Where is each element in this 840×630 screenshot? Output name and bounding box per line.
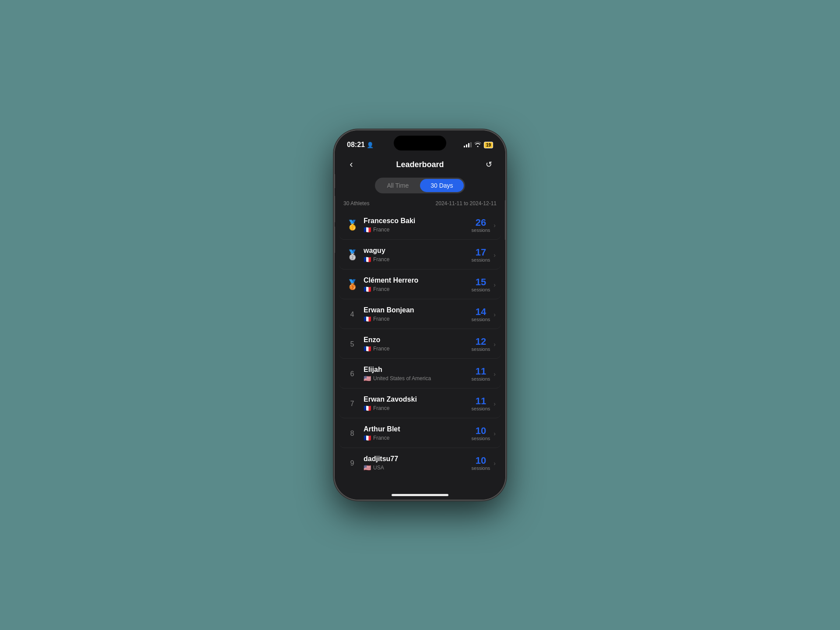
rank-area: 6 [344,370,360,378]
country-name: USA [373,465,384,471]
chevron-right-icon: › [494,400,496,407]
table-row[interactable]: 🥉Clément Herrero🇫🇷France15sessions› [339,270,501,299]
user-country: 🇫🇷France [364,434,468,441]
home-indicator [335,485,505,500]
chevron-right-icon: › [494,252,496,259]
sessions-count: 10 [476,456,486,466]
person-icon: 👤 [367,142,374,148]
chevron-right-icon: › [494,460,496,467]
sessions-label: sessions [472,257,490,262]
country-name: United States of America [373,375,431,382]
user-name: Clément Herrero [364,276,468,284]
sessions-area: 15sessions [472,277,490,292]
rank-area: 7 [344,400,360,408]
table-row[interactable]: 4Erwan Bonjean🇫🇷France14sessions› [339,300,501,329]
country-flag: 🇫🇷 [364,345,371,352]
screen: 08:21 👤 19 [335,130,505,500]
mute-button [335,174,335,188]
country-name: France [373,316,389,322]
user-name: Erwan Zavodski [364,396,468,403]
user-country: 🇫🇷France [364,226,468,233]
sessions-area: 26sessions [472,218,490,233]
table-row[interactable]: 8Arthur Blet🇫🇷France10sessions› [339,419,501,448]
sessions-area: 12sessions [472,337,490,352]
user-name: dadjitsu77 [364,455,468,463]
country-flag: 🇫🇷 [364,256,371,263]
sessions-area: 11sessions [472,396,490,411]
power-button [505,200,505,240]
time-display: 08:21 [347,141,365,149]
status-icons: 19 [464,141,493,148]
rank-area: 9 [344,459,360,467]
medal-icon: 🥉 [346,279,358,290]
country-flag: 🇫🇷 [364,405,371,412]
refresh-button[interactable]: ↺ [481,157,497,172]
sessions-area: 10sessions [472,426,490,441]
rank-number: 7 [350,400,354,408]
rank-number: 4 [350,311,354,318]
user-country: 🇫🇷France [364,286,468,293]
country-name: France [373,256,389,262]
sessions-label: sessions [472,228,490,233]
user-info: waguy🇫🇷France [360,247,472,263]
table-row[interactable]: 🥈waguy🇫🇷France17sessions› [339,241,501,270]
user-name: waguy [364,247,468,255]
sessions-count: 14 [476,307,486,317]
rank-area: 🥈 [344,249,360,261]
sessions-area: 17sessions [472,248,490,262]
country-flag: 🇫🇷 [364,315,371,322]
rank-area: 8 [344,430,360,438]
subtitle-row: 30 Athletes 2024-11-11 to 2024-12-11 [335,200,505,211]
athletes-count: 30 Athletes [343,200,369,206]
status-time: 08:21 👤 [347,141,374,149]
sessions-label: sessions [472,287,490,292]
table-row[interactable]: 9dadjitsu77🇺🇸USA10sessions› [339,449,501,477]
sessions-label: sessions [472,346,490,352]
chevron-right-icon: › [494,281,496,288]
rank-number: 6 [350,370,354,378]
table-row[interactable]: 7Erwan Zavodski🇫🇷France11sessions› [339,389,501,418]
sessions-label: sessions [472,317,490,322]
rank-area: 🥉 [344,279,360,290]
back-button[interactable]: ‹ [343,157,359,172]
user-info: Francesco Baki🇫🇷France [360,217,472,233]
chevron-right-icon: › [494,371,496,378]
sessions-count: 10 [476,426,486,436]
user-name: Elijah [364,366,468,374]
table-row[interactable]: 🥇Francesco Baki🇫🇷France26sessions› [339,211,501,240]
volume-down-button [335,227,335,253]
phone-frame: 08:21 👤 19 [335,130,505,500]
table-row[interactable]: 5Enzo🇫🇷France12sessions› [339,330,501,359]
sessions-count: 11 [476,396,486,406]
table-row[interactable]: 6Elijah🇺🇸United States of America11sessi… [339,360,501,388]
sessions-label: sessions [472,466,490,471]
date-range: 2024-11-11 to 2024-12-11 [436,200,497,206]
toggle-group: All Time 30 Days [375,178,465,193]
chevron-right-icon: › [494,430,496,437]
country-flag: 🇺🇸 [364,464,371,471]
user-info: Clément Herrero🇫🇷France [360,276,472,293]
all-time-tab[interactable]: All Time [376,179,419,192]
30-days-tab[interactable]: 30 Days [420,179,463,192]
user-info: Elijah🇺🇸United States of America [360,366,472,382]
user-country: 🇫🇷France [364,345,468,352]
country-flag: 🇫🇷 [364,226,371,233]
chevron-right-icon: › [494,341,496,348]
country-name: France [373,286,389,292]
rank-area: 4 [344,311,360,318]
sessions-label: sessions [472,406,490,411]
user-country: 🇫🇷France [364,256,468,263]
user-info: dadjitsu77🇺🇸USA [360,455,472,471]
rank-area: 5 [344,340,360,348]
home-bar [392,494,448,496]
user-info: Arthur Blet🇫🇷France [360,425,472,441]
sessions-label: sessions [472,436,490,441]
country-name: France [373,405,389,411]
user-country: 🇫🇷France [364,315,468,322]
sessions-count: 12 [476,337,486,346]
user-name: Erwan Bonjean [364,306,468,314]
wifi-icon [474,141,481,148]
sessions-area: 14sessions [472,307,490,322]
user-name: Arthur Blet [364,425,468,433]
rank-number: 5 [350,340,354,348]
